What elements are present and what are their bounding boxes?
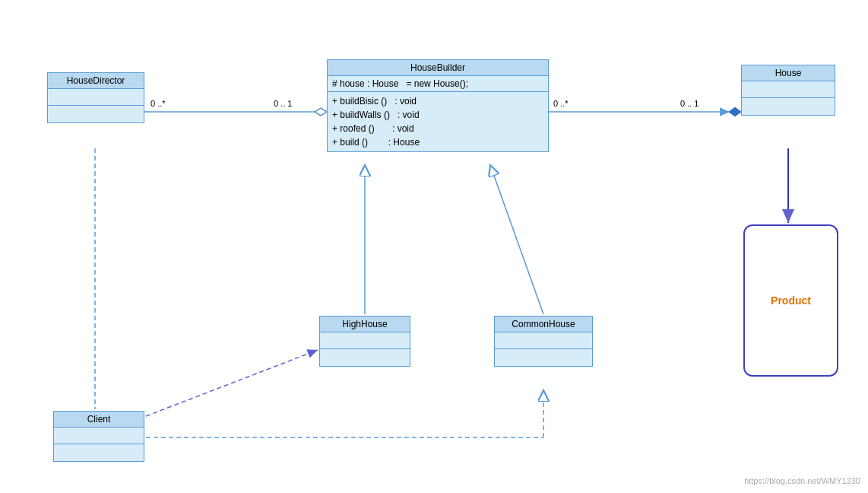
house-director-method — [48, 106, 144, 122]
common-house-method — [495, 349, 592, 366]
house-director-class: HouseDirector — [47, 72, 144, 123]
house-method — [742, 98, 835, 115]
product-label: Product — [771, 294, 811, 307]
svg-line-5 — [490, 165, 543, 314]
mult-house-left: 0 .. 1 — [680, 99, 699, 108]
house-builder-methods: + buildBisic () : void + buildWalls () :… — [328, 92, 548, 151]
common-house-header: CommonHouse — [495, 316, 592, 332]
high-house-header: HighHouse — [320, 316, 410, 332]
house-builder-header: HouseBuilder — [328, 60, 548, 76]
common-house-attr — [495, 332, 592, 349]
svg-line-7 — [146, 350, 318, 416]
product-box: Product — [743, 224, 838, 377]
hb-method-2: + buildWalls () : void — [332, 108, 543, 122]
house-attr — [742, 81, 835, 98]
high-house-attr — [320, 332, 410, 349]
house-class: House — [741, 65, 835, 116]
high-house-method — [320, 349, 410, 366]
house-builder-class: HouseBuilder # house : House = new House… — [327, 59, 549, 152]
house-header: House — [742, 65, 835, 81]
client-class: Client — [53, 411, 144, 462]
mult-hb-right: 0 ..* — [553, 99, 569, 108]
svg-marker-1 — [315, 108, 327, 116]
mult-hb-left: 0 .. 1 — [274, 99, 292, 108]
high-house-class: HighHouse — [319, 316, 410, 367]
common-house-class: CommonHouse — [494, 316, 593, 367]
client-header: Client — [54, 412, 144, 428]
svg-marker-3 — [729, 107, 741, 116]
client-attr — [54, 428, 144, 444]
house-builder-attr: # house : House = new House(); — [328, 76, 548, 92]
client-method — [54, 444, 144, 461]
watermark: https://blog.csdn.net/WMY1230 — [744, 476, 860, 485]
diagram-canvas: 0 ..* 0 .. 1 0 ..* 0 .. 1 HouseDirec — [0, 0, 868, 493]
house-director-header: HouseDirector — [48, 73, 144, 89]
hb-method-4: + build () : House — [332, 135, 543, 149]
hb-method-1: + buildBisic () : void — [332, 94, 543, 108]
house-director-attr — [48, 89, 144, 106]
hb-method-3: + roofed () : void — [332, 122, 543, 135]
mult-hd-right: 0 ..* — [150, 99, 166, 108]
hb-attr-1: # house : House = new House(); — [332, 78, 543, 89]
